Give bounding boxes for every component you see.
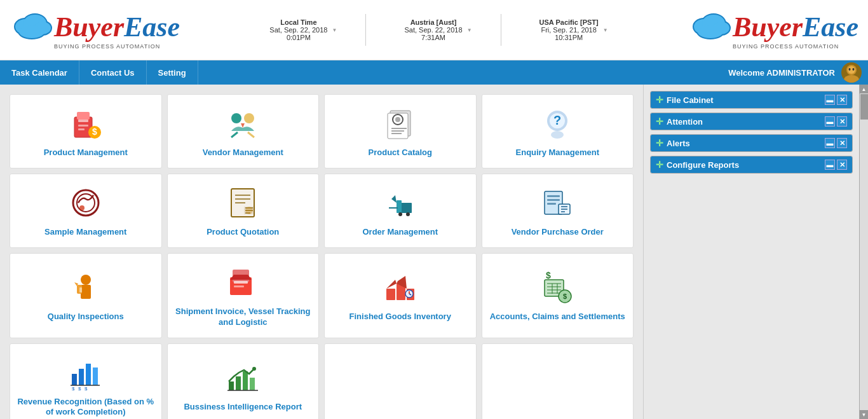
svg-point-17 <box>844 75 859 83</box>
module-revenue-recognition[interactable]: $ $ $ Revenue Recognition (Based on % of… <box>10 343 162 419</box>
scroll-track[interactable] <box>860 93 869 410</box>
panel-attention-header-left: ✛ Attention <box>656 116 703 127</box>
empty-2-icon <box>538 364 576 402</box>
panel-alerts: ✛ Alerts ▬ ✕ <box>650 134 853 152</box>
logo-left: BuyerEase BUYING PROCESS AUTOMATION <box>10 8 180 52</box>
svg-text:$: $ <box>85 386 88 390</box>
logo-right: BuyerEase BUYING PROCESS AUTOMATION <box>688 8 858 52</box>
svg-point-19 <box>849 68 851 71</box>
svg-rect-98 <box>243 371 248 390</box>
panel-attention: ✛ Attention ▬ ✕ <box>650 113 853 130</box>
module-business-intelligence[interactable]: Bussiness Intelligence Report <box>167 343 320 419</box>
scroll-up-arrow[interactable]: ▲ <box>860 85 869 93</box>
svg-rect-22 <box>77 112 90 120</box>
panel-attention-close-btn[interactable]: ✕ <box>837 116 847 127</box>
quality-inspections-icon <box>67 268 105 306</box>
svg-rect-67 <box>79 287 82 292</box>
nav-task-calendar[interactable]: Task Calendar <box>0 60 79 85</box>
svg-rect-99 <box>250 378 255 390</box>
svg-rect-72 <box>386 289 395 300</box>
panel-attention-plus-icon[interactable]: ✛ <box>656 116 663 127</box>
panel-configure-reports-label: Configure Reports <box>667 160 739 170</box>
module-accounts-claims[interactable]: $ $ Accounts, Claims and Settlements <box>482 253 634 338</box>
scroll-thumb[interactable] <box>860 94 868 120</box>
sample-management-label: Sample Management <box>44 227 126 238</box>
module-empty-2 <box>482 343 634 419</box>
panel-alerts-controls: ▬ ✕ <box>825 138 847 148</box>
nav-setting[interactable]: Setting <box>147 60 198 85</box>
panel-attention-label: Attention <box>667 117 703 127</box>
panel-file-cabinet-close-btn[interactable]: ✕ <box>837 95 847 105</box>
panel-file-cabinet-controls: ▬ ✕ <box>825 95 847 105</box>
panel-configure-reports: ✛ Configure Reports ▬ ✕ <box>650 156 853 174</box>
svg-rect-65 <box>81 285 91 299</box>
module-product-catalog[interactable]: Product Catalog <box>324 94 477 168</box>
divider-1 <box>365 14 366 46</box>
svg-rect-70 <box>234 281 248 284</box>
modules-grid: $ Product Management Vendor Man <box>10 94 634 419</box>
panel-file-cabinet-minimize-btn[interactable]: ▬ <box>825 95 835 105</box>
panel-configure-reports-minimize-btn[interactable]: ▬ <box>825 160 835 170</box>
vendor-management-label: Vendor Management <box>203 148 283 158</box>
svg-text:$: $ <box>563 292 567 300</box>
svg-rect-24 <box>78 125 88 127</box>
nav-contact-us[interactable]: Contact Us <box>79 60 147 85</box>
product-catalog-label: Product Catalog <box>369 148 432 158</box>
svg-rect-58 <box>547 199 560 201</box>
svg-rect-71 <box>234 285 244 287</box>
panel-attention-controls: ▬ ✕ <box>825 116 847 127</box>
product-catalog-icon <box>381 104 419 142</box>
module-order-management[interactable]: Order Management <box>324 174 477 248</box>
module-vendor-purchase-order[interactable]: Vendor Purchase Order <box>482 174 634 248</box>
panel-configure-reports-header: ✛ Configure Reports ▬ ✕ <box>651 156 852 173</box>
svg-line-30 <box>231 132 238 137</box>
svg-point-42 <box>551 131 564 139</box>
panel-configure-reports-plus-icon[interactable]: ✛ <box>656 160 663 170</box>
module-enquiry-management[interactable]: ? Enquiry Management <box>482 94 634 168</box>
logo-main: BuyerEase BUYING PROCESS AUTOMATION <box>10 8 180 52</box>
product-quotation-icon <box>224 184 262 222</box>
shipment-invoice-icon <box>224 263 262 301</box>
panel-attention-minimize-btn[interactable]: ▬ <box>825 116 835 127</box>
module-finished-goods-inventory[interactable]: Finished Goods Inventory <box>324 253 477 338</box>
module-sample-management[interactable]: Sample Management <box>10 174 162 248</box>
panel-file-cabinet-plus-icon[interactable]: ✛ <box>656 95 663 105</box>
panel-alerts-close-btn[interactable]: ✕ <box>837 138 847 148</box>
business-intelligence-icon <box>224 359 262 397</box>
vendor-purchase-order-label: Vendor Purchase Order <box>512 227 604 238</box>
panel-configure-reports-header-left: ✛ Configure Reports <box>656 160 739 170</box>
svg-rect-89 <box>79 369 84 385</box>
svg-point-45 <box>79 205 85 210</box>
empty-1-icon <box>381 364 419 402</box>
panel-configure-reports-close-btn[interactable]: ✕ <box>837 160 847 170</box>
svg-rect-90 <box>86 364 91 385</box>
module-vendor-management[interactable]: Vendor Management <box>167 94 320 168</box>
svg-text:$: $ <box>78 386 81 390</box>
accounts-claims-icon: $ $ <box>538 268 576 306</box>
svg-text:$: $ <box>72 386 75 390</box>
svg-point-50 <box>245 207 253 214</box>
sidebar-panels: ✛ File Cabinet ▬ ✕ ✛ Attention ▬ ✕ <box>643 85 859 419</box>
scroll-down-arrow[interactable]: ▼ <box>860 410 869 419</box>
module-shipment-invoice[interactable]: Shipment Invoice, Vessel Tracking and Lo… <box>167 253 320 338</box>
panel-alerts-label: Alerts <box>667 139 690 148</box>
timezone-austria: Austria [Aust] Sat, Sep. 22, 2018 7:31AM <box>404 18 462 41</box>
module-product-management[interactable]: $ Product Management <box>10 94 162 168</box>
vendor-management-icon <box>224 104 262 142</box>
module-product-quotation[interactable]: Product Quotation <box>167 174 320 248</box>
scrollbar[interactable]: ▲ ▼ <box>859 85 868 419</box>
svg-point-54 <box>406 212 410 216</box>
panel-alerts-minimize-btn[interactable]: ▬ <box>825 138 835 148</box>
finished-goods-inventory-icon <box>381 268 419 306</box>
svg-text:$: $ <box>546 270 551 280</box>
panel-alerts-plus-icon[interactable]: ✛ <box>656 138 663 148</box>
quality-inspections-label: Quality Inspections <box>48 312 124 322</box>
svg-point-20 <box>853 68 855 71</box>
divider-2 <box>501 14 501 46</box>
module-quality-inspections[interactable]: Quality Inspections <box>10 253 162 338</box>
svg-point-64 <box>81 275 91 285</box>
svg-point-7 <box>19 25 44 38</box>
enquiry-management-icon: ? <box>538 104 576 142</box>
revenue-recognition-label: Revenue Recognition (Based on % of work … <box>17 397 155 418</box>
product-management-icon: $ <box>67 104 105 142</box>
